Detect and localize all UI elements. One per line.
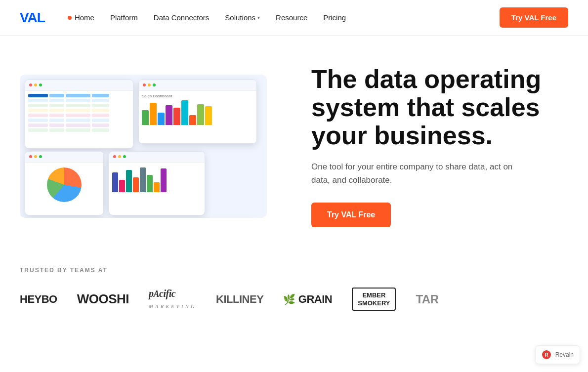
screenshot-panel-4	[109, 151, 205, 215]
panel-header-4	[109, 152, 205, 163]
logo-heybo: HEYBO	[20, 293, 57, 306]
bar-chart-2	[112, 167, 202, 192]
bar-chart	[142, 100, 253, 125]
nav-cta-button[interactable]: Try VAL Free	[500, 7, 568, 28]
grain-logo: 🌿GRAIN	[283, 293, 332, 306]
panel-header-2	[139, 80, 256, 91]
logo-tar: TAR	[416, 292, 438, 306]
screenshot-panel-2: Sales Dashboard	[138, 80, 257, 144]
hero-title: The data operating system that scales yo…	[311, 65, 568, 150]
hero-cta-button[interactable]: Try VAL Free	[311, 203, 391, 227]
pacific-logo: pAcificMARKETING	[149, 288, 196, 311]
logo-pacific: pAcificMARKETING	[149, 288, 196, 311]
logo-killiney: KILLINEY	[216, 293, 263, 306]
nav-left: VAL Home Platform Data Connectors Soluti…	[20, 9, 353, 26]
nav-pricing[interactable]: Pricing	[316, 9, 353, 26]
logo-text: VAL	[20, 10, 45, 26]
logo-ember: EMBER SMOKERY	[352, 288, 396, 311]
panel-body-4	[109, 163, 205, 195]
logo-grain: 🌿GRAIN	[283, 293, 332, 306]
screenshot-panel-3	[25, 151, 104, 215]
grain-leaf-icon: 🌿	[283, 293, 295, 305]
nav-links: Home Platform Data Connectors Solutions …	[61, 9, 353, 26]
nav-data-connectors[interactable]: Data Connectors	[147, 9, 216, 26]
solutions-chevron-icon: ▾	[257, 15, 260, 20]
trusted-section: TRUSTED BY TEAMS AT HEYBO WOOSHI pAcific…	[0, 247, 588, 321]
killiney-logo: KILLINEY	[216, 293, 263, 306]
nav-platform[interactable]: Platform	[103, 9, 145, 26]
home-dot	[68, 16, 72, 20]
nav-logo[interactable]: VAL	[20, 10, 45, 26]
hero-content: The data operating system that scales yo…	[311, 65, 568, 227]
logo-wooshi: WOOSHI	[77, 291, 129, 307]
panel-body-3	[25, 163, 103, 207]
panel-body	[25, 91, 133, 135]
wooshi-logo: WOOSHI	[77, 291, 129, 307]
ember-logo: EMBER SMOKERY	[352, 288, 396, 311]
nav-resource[interactable]: Resource	[269, 9, 314, 26]
screenshot-composite: Sales Dashboard	[20, 75, 267, 218]
panel-body-2: Sales Dashboard	[139, 91, 256, 128]
panel-header	[25, 80, 133, 91]
hero-section: Sales Dashboard	[0, 36, 588, 247]
panel-header-3	[25, 152, 103, 163]
heybo-logo: HEYBO	[20, 293, 57, 306]
trusted-label: TRUSTED BY TEAMS AT	[20, 267, 568, 274]
nav-home[interactable]: Home	[61, 9, 101, 26]
hero-subtitle: One tool for your entire company to shar…	[311, 160, 529, 187]
nav-solutions[interactable]: Solutions ▾	[218, 9, 267, 26]
hero-image: Sales Dashboard	[20, 75, 267, 218]
navbar: VAL Home Platform Data Connectors Soluti…	[0, 0, 588, 36]
screenshot-panel-1	[25, 80, 133, 149]
logos-row: HEYBO WOOSHI pAcificMARKETING KILLINEY 🌿…	[20, 288, 568, 311]
tar-logo: TAR	[416, 292, 438, 306]
